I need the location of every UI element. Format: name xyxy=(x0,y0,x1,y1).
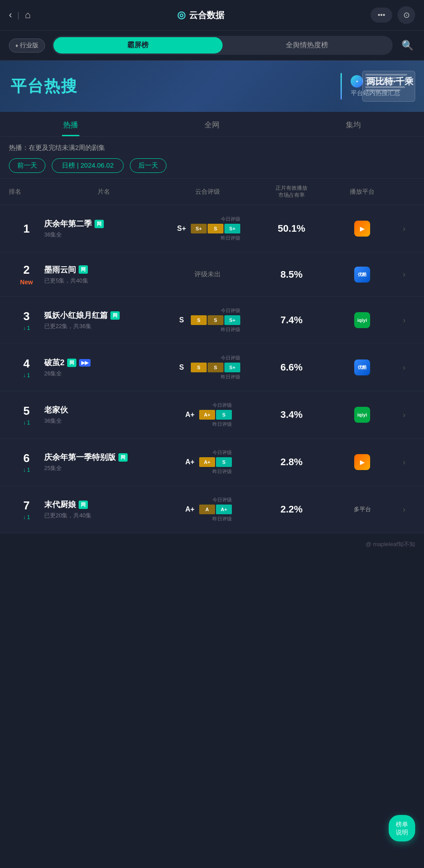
show-title: 狐妖小红娘月红篇 网 xyxy=(44,310,163,321)
rating-cell-6: 今日评级 A+ A+ S 昨日评级 xyxy=(163,449,252,475)
rank-change-down: ↓ 1 xyxy=(23,372,30,379)
banner-divider xyxy=(341,73,342,99)
bar-seg-1: A+ xyxy=(199,410,215,420)
th-market: 正片有效播放市场占有率 xyxy=(252,185,331,199)
tag-web: 网 xyxy=(67,359,76,367)
table-row[interactable]: 1 庆余年第二季 网 36集全 今日评级 S+ S+ S S+ 昨日评级 50.… xyxy=(0,205,424,252)
th-title: 片名 xyxy=(44,185,163,199)
home-button[interactable]: ⌂ xyxy=(25,9,30,21)
banner-text: 平台热搜 xyxy=(11,76,332,97)
tag-web: 网 xyxy=(79,501,88,509)
show-meta: 36集全 xyxy=(44,231,163,239)
rank-change-down: ↓ 1 xyxy=(23,467,30,473)
tag-web: 网 xyxy=(118,453,128,462)
arrow-cell-7[interactable]: › xyxy=(393,505,415,514)
th-rank: 排名 xyxy=(9,185,44,199)
show-meta: 36集全 xyxy=(44,417,163,425)
market-cell-1: 50.1% xyxy=(252,223,331,234)
bar-seg-1: A+ xyxy=(199,457,215,467)
platform-youku-icon: 优酷 xyxy=(354,267,370,283)
rank-cell-5: 5 ↓ 1 xyxy=(9,404,44,426)
platform-multi-label: 多平台 xyxy=(354,505,371,513)
title-cell-5: 老家伙 36集全 xyxy=(44,405,163,425)
tab-baping[interactable]: 霸屏榜 xyxy=(53,37,222,54)
bar-seg-3: S+ xyxy=(224,224,240,233)
tab-allnet[interactable]: 全网 xyxy=(141,112,283,136)
rating-grade: S+ xyxy=(175,225,188,233)
nav-divider: | xyxy=(17,11,19,20)
rank-change-down: ↓ 1 xyxy=(23,420,30,426)
back-button[interactable]: ‹ xyxy=(9,9,12,21)
banner[interactable]: 平台热搜 ✦ 两比特·千乘 平台站内热搜汇总 xyxy=(0,61,424,112)
platform-iqiyi-icon: iqiyi xyxy=(354,407,370,423)
title-logo-icon: ◎ xyxy=(177,9,186,21)
rank-change-down: ↓ 1 xyxy=(23,514,30,520)
arrow-cell-6[interactable]: › xyxy=(393,458,415,467)
table-row[interactable]: 6 ↓ 1 庆余年第一季特别版 网 25集全 今日评级 A+ A+ S 昨日评级… xyxy=(0,439,424,486)
tag-web: 网 xyxy=(110,311,120,320)
title-cell-1: 庆余年第二季 网 36集全 xyxy=(44,218,163,239)
platform-tencent-icon: ▶ xyxy=(354,221,370,237)
arrow-cell-5[interactable]: › xyxy=(393,410,415,420)
table-row[interactable]: 4 ↓ 1 破茧2 网 ▶▶ 26集全 今日评级 S S S S+ 昨日评级 6… xyxy=(0,344,424,391)
table-row[interactable]: 5 ↓ 1 老家伙 36集全 今日评级 A+ A+ S 昨日评级 3.4% iq… xyxy=(0,391,424,439)
tab-episode-avg[interactable]: 集均 xyxy=(283,112,424,136)
tab-hotplay[interactable]: 热播 xyxy=(0,112,141,136)
title-text: 云合数据 xyxy=(189,9,224,21)
table-header: 排名 片名 云合评级 正片有效播放市场占有率 播放平台 xyxy=(0,179,424,205)
rank-number: 4 xyxy=(23,357,30,371)
search-icon[interactable]: 🔍 xyxy=(400,38,415,53)
table-row[interactable]: 7 ↓ 1 末代厨娘 网 已更20集，共40集 今日评级 A+ A A+ 昨日评… xyxy=(0,486,424,533)
rank-number: 1 xyxy=(23,222,30,236)
current-date[interactable]: 日榜 | 2024.06.02 xyxy=(52,158,124,173)
show-title: 破茧2 网 ▶▶ xyxy=(44,357,163,368)
title-cell-2: 墨雨云间 网 已更5集，共40集 xyxy=(44,264,163,285)
rating-no-data: 评级未出 xyxy=(194,270,221,279)
show-title: 庆余年第一季特别版 网 xyxy=(44,452,163,463)
bar-seg-1: S+ xyxy=(191,224,207,233)
market-cell-5: 3.4% xyxy=(252,409,331,421)
arrow-cell-4[interactable]: › xyxy=(393,363,415,372)
record-button[interactable]: ⊙ xyxy=(398,6,415,24)
hotplay-description: 热播：在更及完结未满2周的剧集 xyxy=(9,144,415,152)
bar-seg-1: S xyxy=(191,315,207,325)
tag-web: 网 xyxy=(95,220,104,228)
arrow-cell-3[interactable]: › xyxy=(393,316,415,325)
table-row[interactable]: 2 New 墨雨云间 网 已更5集，共40集 评级未出 8.5% 优酷 › xyxy=(0,252,424,297)
rank-cell-2: 2 New xyxy=(9,263,44,286)
show-meta: 25集全 xyxy=(44,464,163,472)
bar-seg-1: A xyxy=(199,505,215,514)
top-nav: ‹ | ⌂ ◎ 云合数据 ••• ⊙ xyxy=(0,0,424,31)
rank-new-badge: New xyxy=(20,279,33,286)
th-rating: 云合评级 xyxy=(163,185,252,199)
banner-title: 平台热搜 xyxy=(11,76,332,97)
rank-number: 6 xyxy=(23,451,30,465)
more-button[interactable]: ••• xyxy=(371,8,392,23)
rating-cell-7: 今日评级 A+ A A+ 昨日评级 xyxy=(163,497,252,522)
platform-tencent-icon: ▶ xyxy=(354,454,370,470)
prev-day-button[interactable]: 前一天 xyxy=(9,158,45,173)
market-cell-4: 6.6% xyxy=(252,362,331,373)
rank-cell-4: 4 ↓ 1 xyxy=(9,357,44,379)
arrow-cell-2[interactable]: › xyxy=(393,270,415,279)
industry-badge[interactable]: ♦ 行业版 xyxy=(9,38,45,53)
rank-number: 7 xyxy=(23,499,30,512)
show-meta: 已更20集，共40集 xyxy=(44,512,163,520)
rating-grade: A+ xyxy=(183,411,197,419)
next-day-button[interactable]: 后一天 xyxy=(130,158,167,173)
bar-seg-2: S xyxy=(208,315,223,325)
arrow-cell-1[interactable]: › xyxy=(393,224,415,233)
bar-seg-2: S xyxy=(216,457,232,467)
rating-grade: S xyxy=(175,363,188,371)
rating-grade: A+ xyxy=(183,505,197,513)
show-title: 老家伙 xyxy=(44,405,163,415)
rating-bars: S S S S+ xyxy=(175,362,240,373)
show-title: 墨雨云间 网 xyxy=(44,264,163,275)
bar-seg-3: S+ xyxy=(224,315,240,325)
tab-yuqing[interactable]: 全舆情热度榜 xyxy=(223,37,391,54)
bar-seg-2: A+ xyxy=(216,505,232,514)
table-row[interactable]: 3 ↓ 1 狐妖小红娘月红篇 网 已更22集，共36集 今日评级 S S S S… xyxy=(0,297,424,344)
rating-cell-3: 今日评级 S S S S+ 昨日评级 xyxy=(163,307,252,333)
market-cell-7: 2.2% xyxy=(252,504,331,515)
content-tabs: 热播 全网 集均 xyxy=(0,112,424,137)
